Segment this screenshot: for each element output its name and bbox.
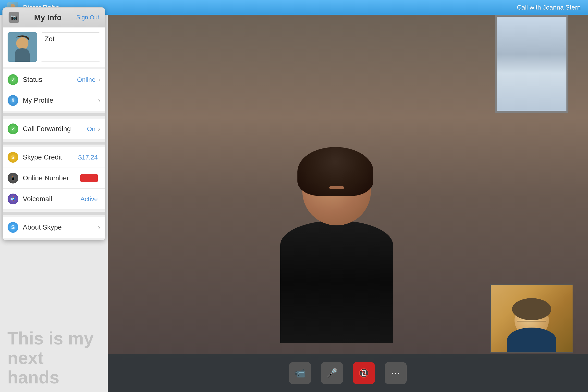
- about-skype-label: About Skype: [23, 224, 98, 231]
- call-forwarding-chevron: ›: [98, 125, 100, 133]
- skype-credit-icon: S: [8, 152, 18, 163]
- section-divider-3: [3, 212, 105, 214]
- menu-item-online-number[interactable]: 📱 Online Number: [3, 168, 105, 189]
- camera-icon: 📷: [11, 14, 18, 20]
- video-area: [108, 0, 588, 392]
- background-text: This is my next hands: [0, 324, 108, 392]
- menu-section-3: S Skype Credit $17.24 📱 Online Number 📬 …: [3, 147, 105, 209]
- menu-item-about-skype[interactable]: S About Skype ›: [3, 217, 105, 238]
- video-toggle-button[interactable]: 📹: [289, 362, 311, 384]
- section-divider-2: [3, 142, 105, 144]
- sign-out-button[interactable]: Sign Out: [76, 14, 99, 21]
- microphone-icon: 🎤: [326, 368, 338, 378]
- status-value: Online: [77, 76, 96, 84]
- status-label: Status: [23, 76, 77, 84]
- panel-title: My Info: [19, 13, 76, 22]
- voicemail-icon: 📬: [8, 194, 18, 204]
- menu-item-status[interactable]: ✓ Status Online ›: [3, 69, 105, 90]
- profile-name: Zot: [44, 35, 54, 43]
- menu-item-voicemail[interactable]: 📬 Voicemail Active: [3, 189, 105, 209]
- my-profile-label: My Profile: [23, 96, 98, 104]
- menu-section-2: ✓ Call Forwarding On ›: [3, 118, 105, 139]
- call-forwarding-label: Call Forwarding: [23, 125, 87, 133]
- about-skype-chevron: ›: [98, 224, 100, 231]
- voicemail-label: Voicemail: [23, 195, 80, 203]
- more-options-button[interactable]: ⋯: [385, 362, 407, 384]
- profile-section: Zot: [3, 28, 105, 67]
- mute-button[interactable]: 🎤: [321, 362, 343, 384]
- person-body: [280, 220, 393, 343]
- skype-credit-value: $17.24: [78, 154, 98, 161]
- end-call-button[interactable]: 📵: [353, 362, 375, 384]
- about-skype-icon: S: [8, 222, 18, 233]
- end-call-icon: 📵: [358, 368, 370, 378]
- pip-glasses: [517, 316, 546, 322]
- status-icon: ✓: [8, 74, 18, 85]
- room-window: [495, 15, 568, 113]
- main-video-background: [108, 0, 588, 392]
- my-info-panel: 📷 My Info Sign Out Zot ✓ Status Online ›: [2, 7, 105, 240]
- pip-video: [490, 284, 573, 353]
- profile-avatar[interactable]: [8, 32, 37, 62]
- panel-header: 📷 My Info Sign Out: [3, 8, 105, 28]
- svg-point-3: [16, 37, 28, 50]
- menu-section-1: ✓ Status Online › ℹ My Profile ›: [3, 69, 105, 111]
- my-profile-chevron: ›: [98, 96, 100, 104]
- menu-item-call-forwarding[interactable]: ✓ Call Forwarding On ›: [3, 118, 105, 139]
- person-head: [302, 157, 371, 226]
- video-icon: 📹: [295, 368, 306, 378]
- skype-credit-label: Skype Credit: [23, 153, 78, 161]
- status-chevron: ›: [98, 76, 100, 84]
- section-divider-1: [3, 113, 105, 116]
- bg-text-line2: next hands: [7, 348, 100, 387]
- menu-item-skype-credit[interactable]: S Skype Credit $17.24: [3, 147, 105, 168]
- my-profile-icon: ℹ: [8, 95, 18, 106]
- call-forwarding-icon: ✓: [8, 124, 18, 134]
- voicemail-status: Active: [80, 195, 98, 203]
- camera-icon-button[interactable]: 📷: [8, 12, 19, 23]
- menu-section-4: S About Skype ›: [3, 217, 105, 238]
- more-icon: ⋯: [391, 368, 400, 378]
- top-bar-call-title: Call with Joanna Stern: [517, 4, 581, 11]
- online-number-icon: 📱: [8, 173, 18, 184]
- menu-item-my-profile[interactable]: ℹ My Profile ›: [3, 90, 105, 111]
- main-video-person: [280, 157, 393, 343]
- bottom-controls-bar: 📹 🎤 📵 ⋯: [108, 354, 588, 392]
- bg-text-line1: This is my: [7, 329, 100, 348]
- online-number-label: Online Number: [23, 174, 80, 182]
- pip-person-body: [507, 328, 556, 352]
- online-number-badge: [80, 174, 98, 182]
- profile-name-area[interactable]: Zot: [41, 32, 100, 62]
- call-forwarding-value: On: [87, 125, 96, 133]
